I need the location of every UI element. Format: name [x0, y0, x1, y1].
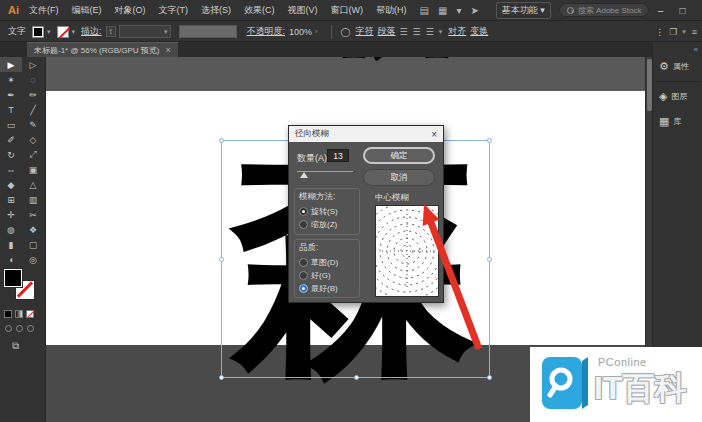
fill-color-swatch[interactable] [32, 26, 44, 38]
radio-good-icon[interactable] [299, 271, 308, 280]
shaper-tool[interactable]: ◇ [22, 132, 44, 147]
document-layout-icon[interactable]: ▦ [438, 5, 447, 16]
radio-spin-icon[interactable] [299, 207, 308, 216]
handle-mid-left[interactable] [219, 257, 224, 262]
handle-top-right[interactable] [487, 138, 492, 143]
amount-input[interactable]: 13 [327, 149, 349, 162]
radio-zoom[interactable]: 缩放(Z) [299, 218, 359, 231]
opacity-value[interactable]: 100% [289, 27, 312, 37]
handle-top-left[interactable] [219, 138, 224, 143]
mesh-tool[interactable]: ⊞ [0, 192, 22, 207]
radio-zoom-icon[interactable] [299, 220, 308, 229]
lasso-tool[interactable]: ◌ [22, 72, 44, 87]
radio-best-icon[interactable] [299, 284, 308, 293]
dialog-close-icon[interactable]: × [431, 129, 437, 140]
none-button[interactable] [26, 310, 34, 318]
dialog-title-bar[interactable]: 径向模糊 × [289, 126, 443, 142]
column-graph-tool[interactable]: ▮ [0, 237, 22, 252]
stroke-weight-stepper[interactable]: ↕ [106, 26, 116, 37]
opacity-label[interactable]: 不透明度: [247, 25, 286, 38]
panel-dock-icon[interactable]: ❐ [669, 27, 677, 37]
cancel-button[interactable]: 取消 [363, 169, 435, 186]
close-button[interactable]: × [693, 5, 702, 16]
direct-selection-tool[interactable]: ▷ [22, 57, 44, 72]
opacity-chevron-icon[interactable]: › [315, 28, 317, 35]
tab-close-icon[interactable]: × [165, 45, 170, 55]
character-panel-link[interactable]: 字符 [356, 25, 374, 38]
magic-wand-tool[interactable]: ✶ [0, 72, 22, 87]
selection-tool[interactable]: ▶ [0, 57, 22, 72]
maximize-button[interactable]: □ [671, 5, 693, 16]
minimize-button[interactable]: – [649, 5, 671, 16]
draw-behind-icon[interactable] [16, 325, 23, 332]
hand-tool[interactable]: ◖ [0, 252, 22, 267]
radio-best[interactable]: 最好(B) [299, 282, 359, 295]
align-left-icon[interactable]: ☰ [400, 27, 408, 37]
paintbrush-tool[interactable]: ✎ [22, 117, 44, 132]
style-icon[interactable]: ◯ [340, 27, 350, 37]
draw-normal-icon[interactable] [5, 325, 12, 332]
align-right-icon[interactable]: ☰ [426, 27, 434, 37]
dock-collapse-icon[interactable]: « [694, 45, 698, 54]
draw-inside-icon[interactable] [27, 325, 34, 332]
gradient-tool[interactable]: ▥ [22, 192, 44, 207]
amount-slider-thumb[interactable] [300, 172, 308, 178]
align-center-icon[interactable]: ☰ [413, 27, 421, 37]
pen-tool[interactable]: ✒ [0, 87, 22, 102]
properties-panel-button[interactable]: ⚙ 属性 [653, 54, 702, 79]
shape-builder-tool[interactable]: ◆ [0, 177, 22, 192]
artboard-tool[interactable]: ▢ [22, 237, 44, 252]
pencil-tool[interactable]: ✐ [0, 132, 22, 147]
scissors-tool[interactable]: ✂ [22, 207, 44, 222]
free-transform-tool[interactable]: ▣ [22, 162, 44, 177]
eyedropper-tool[interactable]: ✛ [0, 207, 22, 222]
gradient-button[interactable] [15, 310, 23, 318]
rectangle-tool[interactable]: ▭ [0, 117, 22, 132]
screen-mode-icon[interactable]: ⧉ [12, 340, 19, 352]
stroke-color-swatch[interactable] [57, 26, 69, 38]
stroke-chevron-icon[interactable]: ▾ [72, 28, 76, 36]
menu-object[interactable]: 对象(O) [115, 4, 146, 17]
paragraph-panel-link[interactable]: 段落 [378, 25, 396, 38]
handle-mid-right[interactable] [487, 257, 492, 262]
radio-good[interactable]: 好(G) [299, 269, 359, 282]
menu-help[interactable]: 帮助(H) [376, 4, 407, 17]
libraries-panel-button[interactable]: ▦ 库 [653, 109, 702, 134]
dock-chevron-icon[interactable]: ▾ [682, 28, 686, 36]
align-panel-link[interactable]: 对齐 [448, 25, 466, 38]
more-options-icon[interactable]: ⋮ [655, 27, 664, 37]
transform-panel-link[interactable]: 变换 [470, 25, 488, 38]
fill-proxy-swatch[interactable] [4, 269, 22, 287]
width-tool[interactable]: ⇔ [0, 162, 22, 177]
line-segment-tool[interactable]: ╱ [22, 102, 44, 117]
text-options-chevron-icon[interactable]: ▾ [439, 28, 443, 36]
ok-button[interactable]: 确定 [363, 147, 435, 164]
share-icon[interactable]: ➤ [470, 5, 478, 16]
options-menu-icon[interactable]: ≡ [692, 27, 697, 37]
symbol-sprayer-tool[interactable]: ❖ [22, 222, 44, 237]
scale-tool[interactable]: ⤢ [22, 147, 44, 162]
menu-select[interactable]: 选择(S) [201, 4, 231, 17]
menu-edit[interactable]: 编辑(E) [72, 4, 102, 17]
menu-file[interactable]: 文件(F) [29, 4, 59, 17]
type-tool[interactable]: T [0, 102, 22, 117]
handle-bottom-left[interactable] [219, 375, 224, 380]
color-button[interactable] [4, 310, 12, 318]
handle-bottom-center[interactable] [354, 375, 359, 380]
document-tab[interactable]: 未标题-1* @ 56% (RGB/GPU 预览) × [27, 42, 178, 57]
layout-chevron-icon[interactable]: ▾ [456, 5, 461, 16]
workspace-switcher[interactable]: 基本功能 ▾ [496, 2, 551, 19]
curvature-tool[interactable]: ✏ [22, 87, 44, 102]
fill-chevron-icon[interactable]: ▾ [47, 28, 51, 36]
radio-draft-icon[interactable] [299, 258, 308, 267]
stock-search-input[interactable]: 搜索 Adobe Stock [559, 3, 650, 17]
zoom-tool[interactable]: ◎ [22, 252, 44, 267]
rotate-tool[interactable]: ↻ [0, 147, 22, 162]
stroke-weight-select[interactable]: ▾ [119, 25, 171, 38]
layers-panel-button[interactable]: ◈ 图层 [653, 84, 702, 109]
menu-effect[interactable]: 效果(C) [244, 4, 275, 17]
blend-tool[interactable]: ◍ [0, 222, 22, 237]
handle-bottom-right[interactable] [487, 375, 492, 380]
menu-view[interactable]: 视图(V) [288, 4, 318, 17]
brush-definition-field[interactable] [179, 25, 237, 38]
